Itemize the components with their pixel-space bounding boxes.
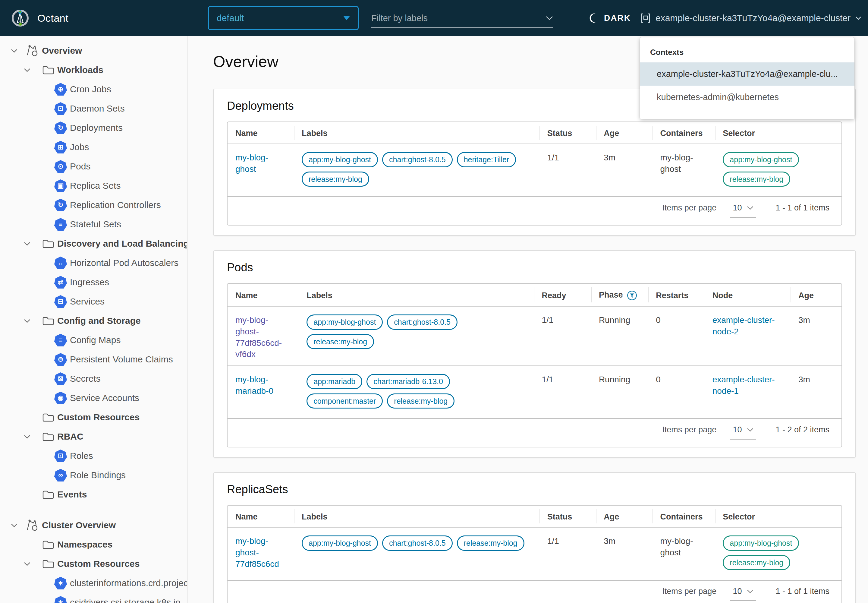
label-chip[interactable]: app:mariadb — [306, 374, 362, 389]
sidebar-item-ingresses[interactable]: ⇄Ingresses — [0, 272, 187, 292]
items-per-page-select[interactable]: 10 — [730, 203, 756, 218]
column-header-label: Labels — [302, 129, 327, 138]
filter-icon[interactable] — [627, 290, 637, 301]
configmaps-icon: ≡ — [54, 334, 67, 346]
context-option[interactable]: kubernetes-admin@kubernetes — [640, 86, 854, 109]
resource-link[interactable]: my-blog-ghost-77df85c6cd — [235, 537, 279, 569]
sidebar-item-cron-jobs[interactable]: ⊕Cron Jobs — [0, 80, 187, 99]
sidebar-item-role-bindings[interactable]: ∞Role Bindings — [0, 465, 187, 485]
cell-containers: my-blog-ghost — [652, 527, 715, 580]
chevron-slot — [23, 434, 42, 439]
label-chip[interactable]: chart:ghost-8.0.5 — [387, 314, 457, 330]
sidebar-item-custom-resources[interactable]: Custom Resources — [0, 408, 187, 427]
sidebar-item-jobs[interactable]: ⊞Jobs — [0, 138, 187, 157]
label-chip[interactable]: component:master — [306, 393, 383, 409]
sidebar-item-deployments[interactable]: ↻Deployments — [0, 118, 187, 138]
selector-chip[interactable]: release:my-blog — [723, 555, 790, 571]
sidebar-item-roles[interactable]: ⊡Roles — [0, 446, 187, 465]
items-per-page-select[interactable]: 10 — [730, 587, 756, 601]
label-chip[interactable]: app:my-blog-ghost — [302, 535, 378, 551]
sidebar-item-replica-sets[interactable]: ▣Replica Sets — [0, 176, 187, 195]
sidebar-item-service-accounts[interactable]: ◉Service Accounts — [0, 388, 187, 408]
data-table: NameLabelsStatusAgeContainersSelectormy-… — [227, 122, 842, 196]
resource-link[interactable]: my-blog-ghost-77df85c6cd-vf6dx — [235, 315, 282, 359]
icon-slot: ∗ — [54, 577, 67, 589]
label-chip[interactable]: release:my-blog — [457, 535, 524, 551]
cell-selector: app:my-blog-ghostrelease:my-blog — [715, 527, 842, 580]
items-per-page-select[interactable]: 10 — [730, 425, 756, 439]
sidebar-item-label: clusterinformations.crd.projec — [70, 578, 187, 588]
label-chip[interactable]: release:my-blog — [302, 172, 369, 187]
icon-slot: ⊙ — [54, 160, 67, 173]
context-switcher[interactable]: example-cluster-ka3TuTzYo4a@example-clus… — [641, 0, 861, 36]
section-replicasets: ReplicaSetsNameLabelsStatusAgeContainers… — [213, 472, 856, 603]
table-row: my-blog-mariadb-0app:mariadbchart:mariad… — [227, 366, 842, 418]
app-logo[interactable]: Octant — [0, 8, 68, 28]
sidebar-item-workloads[interactable]: Workloads — [0, 60, 187, 80]
sidebar-item-persistent-volume-claims[interactable]: ⊜Persistent Volume Claims — [0, 350, 187, 369]
icon-slot — [42, 65, 54, 75]
column-header-label: Age — [604, 129, 619, 138]
namespace-select[interactable]: default — [208, 6, 359, 30]
icon-slot: ⊠ — [54, 373, 67, 385]
sidebar-item-rbac[interactable]: RBAC — [0, 427, 187, 446]
label-chip[interactable]: chart:mariadb-6.13.0 — [366, 374, 450, 389]
cell-name: my-blog-ghost-77df85c6cd-vf6dx — [227, 306, 299, 366]
sidebar-item-config-and-storage[interactable]: Config and Storage — [0, 311, 187, 331]
selector-chip[interactable]: app:my-blog-ghost — [723, 535, 799, 551]
sidebar-item-overview[interactable]: Overview — [0, 41, 187, 60]
icon-slot: ↻ — [54, 122, 67, 134]
sidebar-item-config-maps[interactable]: ≡Config Maps — [0, 331, 187, 350]
section-pods: PodsNameLabelsReadyPhase RestartsNodeAge… — [213, 250, 856, 458]
sidebar-item-csidrivers-csi-storage-k8s-io[interactable]: ∗csidrivers.csi.storage.k8s.io — [0, 593, 187, 603]
icon-slot — [42, 559, 54, 569]
icon-slot — [42, 238, 54, 249]
contexts-dropdown: Contexts example-cluster-ka3TuTzYo4a@exa… — [640, 37, 854, 119]
context-option[interactable]: example-cluster-ka3TuTzYo4a@example-clu.… — [640, 62, 854, 86]
column-header-name: Name — [227, 122, 294, 144]
sidebar-item-discovery-and-load-balancing[interactable]: Discovery and Load Balancing — [0, 234, 187, 253]
resource-link[interactable]: example-cluster-node-1 — [712, 375, 775, 396]
label-filter-input[interactable]: Filter by labels — [371, 9, 553, 28]
resource-link[interactable]: example-cluster-node-2 — [712, 315, 775, 336]
sidebar-item-cluster-overview[interactable]: Cluster Overview — [0, 516, 187, 535]
label-chip[interactable]: release:my-blog — [387, 393, 454, 409]
resource-link[interactable]: my-blog-mariadb-0 — [235, 375, 273, 396]
column-header-label: Selector — [723, 512, 755, 521]
sidebar-item-pods[interactable]: ⊙Pods — [0, 157, 187, 176]
sidebar-item-namespaces[interactable]: Namespaces — [0, 535, 187, 554]
sidebar-item-secrets[interactable]: ⊠Secrets — [0, 369, 187, 388]
sidebar-item-services[interactable]: ⊟Services — [0, 292, 187, 311]
contexts-dropdown-title: Contexts — [640, 45, 854, 62]
label-chip[interactable]: chart:ghost-8.0.5 — [382, 535, 453, 551]
chevron-down-icon — [23, 68, 31, 73]
cell-text: 1/1 — [547, 537, 559, 546]
selector-chip[interactable]: app:my-blog-ghost — [723, 152, 799, 167]
folder-icon — [42, 412, 54, 422]
label-chip[interactable]: app:my-blog-ghost — [306, 314, 383, 330]
icon-slot — [42, 540, 54, 550]
label-chip[interactable]: app:my-blog-ghost — [302, 152, 378, 167]
sidebar-item-clusterinformations-crd-projec[interactable]: ∗clusterinformations.crd.projec — [0, 574, 187, 593]
label-chip[interactable]: heritage:Tiller — [457, 152, 516, 167]
sidebar-item-daemon-sets[interactable]: ⊡Daemon Sets — [0, 99, 187, 118]
sidebar-item-custom-resources[interactable]: Custom Resources — [0, 554, 187, 574]
sidebar-item-replication-controllers[interactable]: ↻Replication Controllers — [0, 195, 187, 215]
dark-mode-toggle[interactable]: DARK — [588, 0, 631, 36]
cell-node: example-cluster-node-1 — [705, 366, 791, 418]
chevron-slot — [23, 562, 42, 566]
selector-chip[interactable]: release:my-blog — [723, 172, 790, 187]
sidebar-item-stateful-sets[interactable]: ≡Stateful Sets — [0, 215, 187, 234]
items-per-page-value: 10 — [733, 203, 742, 213]
app-title: Octant — [37, 12, 68, 24]
sidebar-item-label: Deployments — [70, 123, 123, 133]
chevron-down-icon — [11, 523, 18, 527]
sidebar-item-events[interactable]: Events — [0, 485, 187, 504]
sidebar-item-label: Config Maps — [70, 335, 120, 345]
label-chip[interactable]: chart:ghost-8.0.5 — [382, 152, 453, 167]
sidebar-item-horizontal-pod-autoscalers[interactable]: ↔Horizontal Pod Autoscalers — [0, 253, 187, 272]
resource-link[interactable]: my-blog-ghost — [235, 153, 268, 174]
column-header-label: Labels — [306, 291, 332, 300]
label-chip[interactable]: release:my-blog — [306, 334, 374, 349]
column-header-label: Restarts — [656, 291, 688, 300]
